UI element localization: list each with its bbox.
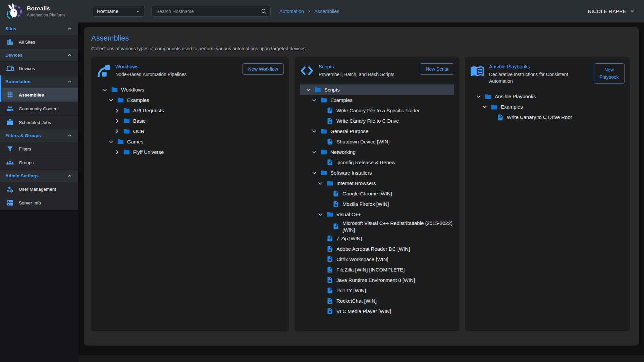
sidebar-item-filters[interactable]: Filters — [0, 142, 78, 156]
tree-indent-spacer — [317, 256, 323, 262]
breadcrumb-automation[interactable]: Automation — [279, 9, 304, 14]
sidebar-section-header-filters-groups[interactable]: Filters & Groups — [0, 129, 78, 142]
tree-item-visual-c[interactable]: Visual C++ — [300, 209, 454, 220]
sidebar-item-scheduled-jobs[interactable]: Scheduled Jobs — [0, 116, 78, 129]
sidebar-item-server-info[interactable]: Server Info — [0, 196, 78, 210]
chevron-right-icon[interactable] — [114, 149, 120, 155]
sidebar-item-user-management[interactable]: User Management — [0, 182, 78, 196]
sidebar-section-header-sites[interactable]: Sites — [0, 22, 78, 35]
tree-item-label: 7-Zip [WIN] — [336, 235, 362, 242]
sidebar-item-all-sites[interactable]: All Sites — [0, 35, 78, 49]
tree-item-internet-browsers[interactable]: Internet Browsers — [300, 178, 454, 188]
file-icon — [326, 287, 333, 294]
chevron-right-icon[interactable] — [114, 108, 120, 114]
tree-item-label: API Requests — [133, 107, 164, 114]
tree-item-vlc-media-player-win[interactable]: VLC Media Player [WIN] — [300, 306, 454, 316]
tree-item-scripts[interactable]: Scripts — [300, 84, 454, 95]
chevron-down-icon[interactable] — [305, 87, 311, 93]
hostname-selector[interactable]: Hostname — [93, 6, 145, 17]
tree-item-label: Write Canary File to a Specific Folder — [336, 107, 420, 114]
tree-indent-spacer — [488, 114, 494, 120]
tree-item-games[interactable]: Games — [97, 136, 284, 147]
borealis-app: { "colors": { "accent_blue": "#4da3ff", … — [0, 0, 644, 362]
sidebar-item-label: Community Content — [19, 106, 59, 111]
tree-item-write-canary-file-to-c-drive[interactable]: Write Canary File to C Drive — [300, 116, 454, 126]
chevron-down-icon[interactable] — [311, 170, 317, 176]
panel-subtitle: Declarative Instructions for Consistent … — [489, 71, 589, 85]
tree-item-rocketchat-win[interactable]: RocketChat [WIN] — [300, 296, 454, 306]
sidebar-item-assemblies[interactable]: Assemblies — [0, 88, 78, 102]
folder-icon — [491, 104, 498, 111]
tree-item-general-purpose[interactable]: General Purpose — [300, 126, 454, 136]
tree-item-write-canary-to-c-drive-root[interactable]: Write Canary to C Drive Root — [470, 112, 625, 123]
tree-item-ipconfig-release-renew[interactable]: ipconfig Release & Renew — [300, 157, 454, 168]
tree-item-workflows[interactable]: Workflows — [97, 84, 284, 95]
chevron-down-icon[interactable] — [311, 149, 317, 155]
groups-icon — [6, 159, 14, 166]
tree-item-examples[interactable]: Examples — [470, 102, 625, 112]
file-icon — [326, 138, 333, 145]
tree-item-examples[interactable]: Examples — [97, 95, 284, 105]
chevron-down-icon[interactable] — [317, 180, 323, 186]
chevron-down-icon[interactable] — [108, 139, 114, 145]
sidebar-section-header-admin-settings[interactable]: Admin Settings — [0, 170, 78, 182]
tree-item-microsoft-visual-c-redistributable-2015-2022-win[interactable]: Microsoft Visual C++ Redistributable (20… — [300, 220, 454, 233]
panel-playbooks-tree: Ansible PlaybooksExamplesWrite Canary to… — [470, 92, 625, 123]
tree-item-basic[interactable]: Basic — [97, 116, 284, 126]
sidebar-section-header-automation[interactable]: Automation — [0, 75, 78, 88]
panel-workflows-titles: WorkflowsNode-Based Automation Pipelines — [115, 63, 238, 78]
sidebar-item-groups[interactable]: Groups — [0, 156, 78, 170]
chevron-right-icon — [307, 9, 311, 13]
tree-item-flyff-universe[interactable]: Flyff Universe — [97, 147, 284, 157]
chevron-right-icon[interactable] — [114, 128, 120, 134]
search-icon[interactable] — [261, 8, 267, 14]
new-playbook-button[interactable]: New Playbook — [594, 63, 625, 84]
tree-item-citrix-workspace-win[interactable]: Citrix Workspace [WIN] — [300, 254, 454, 264]
tree-item-networking[interactable]: Networking — [300, 147, 454, 157]
folder-icon — [117, 138, 124, 145]
search-input[interactable] — [156, 8, 261, 14]
sidebar-item-community-content[interactable]: Community Content — [0, 102, 78, 116]
tree-item-api-requests[interactable]: API Requests — [97, 105, 284, 116]
panel-subtitle: Powershell, Batch, and Bash Scripts — [319, 71, 415, 78]
folder-icon — [314, 86, 321, 93]
tree-item-adobe-acrobat-reader-dc-win[interactable]: Adobe Acrobat Reader DC [WIN] — [300, 244, 454, 254]
chevron-down-icon[interactable] — [311, 128, 317, 134]
tree-item-label: Visual C++ — [336, 211, 361, 218]
tree-item-label: Networking — [330, 149, 356, 156]
file-icon — [332, 190, 339, 197]
chevron-up-icon — [67, 133, 72, 138]
sidebar-item-devices[interactable]: Devices — [0, 62, 78, 75]
user-menu[interactable]: NICOLE RAPPE — [588, 8, 635, 14]
chevron-right-icon[interactable] — [114, 118, 120, 124]
tree-item-mozilla-firefox-win[interactable]: Mozilla Firefox [WIN] — [300, 199, 454, 209]
filter-icon — [6, 145, 14, 153]
sidebar-item-label: Filters — [19, 146, 31, 152]
chevron-down-icon[interactable] — [482, 104, 488, 110]
tree-item-7-zip-win[interactable]: 7-Zip [WIN] — [300, 233, 454, 244]
tree-item-write-canary-file-to-a-specific-folder[interactable]: Write Canary File to a Specific Folder — [300, 105, 454, 116]
chevron-down-icon[interactable] — [476, 94, 482, 100]
tree-item-putty-win[interactable]: PuTTY [WIN] — [300, 285, 454, 296]
chevron-down-icon[interactable] — [102, 87, 108, 93]
new-script-button[interactable]: New Script — [420, 63, 454, 75]
chevron-down-icon[interactable] — [317, 212, 323, 218]
tree-indent-spacer — [317, 108, 323, 114]
tree-item-examples[interactable]: Examples — [300, 95, 454, 105]
file-icon — [326, 297, 333, 304]
breadcrumb-assemblies[interactable]: Assemblies — [314, 9, 339, 14]
tree-item-java-runtime-environment-8-win[interactable]: Java Runtime Environment 8 [WIN] — [300, 275, 454, 285]
tree-item-shutdown-device-win[interactable]: Shutdown Device [WIN] — [300, 136, 454, 147]
topbar: Borealis Automation Platform Hostname Au… — [0, 0, 644, 22]
tree-item-filezilla-win-incomplete[interactable]: FileZilla [WIN] [INCOMPLETE] — [300, 264, 454, 275]
tree-item-google-chrome-win[interactable]: Google Chrome [WIN] — [300, 188, 454, 199]
tree-item-label: Examples — [501, 104, 523, 110]
tree-item-ansible-playbooks[interactable]: Ansible Playbooks — [470, 92, 625, 102]
sidebar-section-admin-settings: Admin SettingsUser ManagementServer Info — [0, 170, 78, 210]
chevron-down-icon[interactable] — [108, 97, 114, 103]
tree-item-ocr[interactable]: OCR — [97, 126, 284, 136]
new-workflow-button[interactable]: New Workflow — [243, 63, 284, 75]
chevron-down-icon[interactable] — [311, 97, 317, 103]
tree-item-software-installers[interactable]: Software Installers — [300, 168, 454, 178]
sidebar-section-header-devices[interactable]: Devices — [0, 49, 78, 62]
